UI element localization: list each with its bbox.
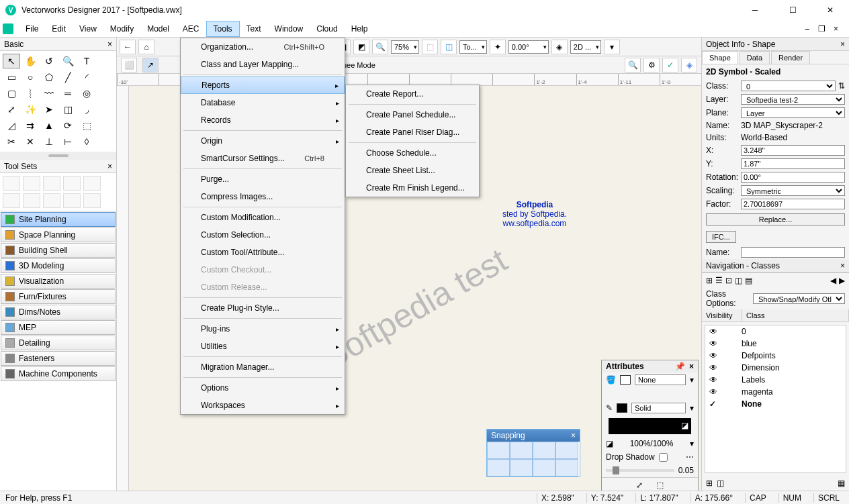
reshape-tool[interactable]: ◫ xyxy=(59,102,77,117)
object-info-close[interactable]: × xyxy=(840,40,845,49)
tb-icon[interactable]: ⬚ xyxy=(422,40,438,54)
shadow-slider[interactable] xyxy=(606,469,674,472)
snap-smart-btn[interactable] xyxy=(487,459,510,476)
rectangle-tool[interactable]: ▭ xyxy=(3,70,20,85)
col-visibility[interactable]: Visibility xyxy=(702,309,742,321)
arrows-icon[interactable]: ⇅ xyxy=(838,81,845,91)
nav-action-icon[interactable]: ◫ xyxy=(717,478,724,488)
menu-item[interactable]: Workspaces xyxy=(181,397,345,414)
menu-item[interactable]: Utilities xyxy=(181,338,345,355)
visibility-icon[interactable]: 👁 xyxy=(709,375,736,385)
toolset-row[interactable]: Detailing xyxy=(1,336,116,350)
toolset-row[interactable]: Building Shell xyxy=(1,243,116,258)
toolset-icon[interactable] xyxy=(3,193,20,208)
toolset-icon[interactable] xyxy=(43,176,60,191)
connect-tool[interactable]: ⊥ xyxy=(40,134,58,149)
line-tool[interactable]: ╱ xyxy=(59,70,77,85)
toolset-row[interactable]: Site Planning xyxy=(1,212,116,227)
menu-item[interactable]: Database xyxy=(181,94,345,111)
nav-arrow-right[interactable]: ▶ xyxy=(839,276,845,285)
toolset-icon[interactable] xyxy=(3,176,20,191)
nav-arrow-left[interactable]: ◀ xyxy=(830,276,836,285)
menu-item[interactable]: Custom Tool/Attribute... xyxy=(181,244,345,261)
navigation-close[interactable]: × xyxy=(840,261,845,270)
rounded-rect-tool[interactable]: ▢ xyxy=(3,86,20,101)
menu-file[interactable]: File xyxy=(19,21,45,36)
visibility-tool[interactable]: ◊ xyxy=(78,134,95,149)
gear-icon[interactable]: ⚙ xyxy=(643,58,660,72)
close-button[interactable]: ✕ xyxy=(817,1,844,19)
menu-item[interactable]: Class and Layer Mapping... xyxy=(181,56,345,73)
snap-angle-btn[interactable] xyxy=(533,442,555,459)
mode-icon[interactable]: ↗ xyxy=(142,58,159,72)
mirror-tool[interactable]: ▲ xyxy=(40,118,58,133)
toolset-icon[interactable] xyxy=(63,193,81,208)
toolset-row[interactable]: Space Planning xyxy=(1,228,116,242)
menu-item[interactable]: Options xyxy=(181,379,345,397)
toolset-row[interactable]: Fasteners xyxy=(1,351,116,366)
nav-class-row[interactable]: 👁0 xyxy=(705,325,846,338)
dropdown-icon[interactable]: ▾ xyxy=(690,403,694,413)
angle-combo[interactable]: 0.00° xyxy=(508,40,549,54)
submenu-item[interactable]: Choose Schedule... xyxy=(346,144,479,162)
menu-text[interactable]: Text xyxy=(240,21,268,36)
menu-item[interactable]: Custom Modification... xyxy=(181,209,345,226)
tab-data[interactable]: Data xyxy=(740,51,770,64)
chamfer-tool[interactable]: ◿ xyxy=(3,118,20,133)
snap-object-btn[interactable] xyxy=(510,442,533,459)
tb-icon[interactable]: ◩ xyxy=(353,40,369,54)
fillet-tool[interactable]: ◞ xyxy=(78,102,95,117)
ifc-name-input[interactable] xyxy=(741,247,845,258)
class-options-combo[interactable]: Show/Snap/Modify Otl xyxy=(753,293,845,304)
menu-item[interactable]: Organization...Ctrl+Shift+O xyxy=(181,38,345,56)
text-tool[interactable]: T xyxy=(78,54,95,68)
split-tool[interactable]: ✕ xyxy=(21,134,39,149)
zoom-icon[interactable]: 🔍 xyxy=(372,40,388,54)
menu-model[interactable]: Model xyxy=(140,21,176,36)
menu-modify[interactable]: Modify xyxy=(103,21,140,36)
visibility-icon[interactable]: 👁 xyxy=(709,339,736,348)
snap-intersect-btn[interactable] xyxy=(555,442,578,459)
nav-icon[interactable]: ◫ xyxy=(735,276,742,285)
nav-icon[interactable]: ▤ xyxy=(745,276,752,285)
toolset-icon[interactable] xyxy=(83,193,101,208)
submenu-item[interactable]: Create Rm Finish Legend... xyxy=(346,179,479,197)
toolset-row[interactable]: Visualization xyxy=(1,274,116,289)
nav-class-row[interactable]: 👁Dimension xyxy=(705,362,846,374)
spiral-tool[interactable]: ◎ xyxy=(78,86,95,101)
menu-item[interactable]: Migration Manager... xyxy=(181,358,345,376)
home-button[interactable]: ⌂ xyxy=(138,40,154,54)
menu-help[interactable]: Help xyxy=(345,21,375,36)
menu-item[interactable]: Purge... xyxy=(181,170,345,188)
tb-icon[interactable]: ◈ xyxy=(551,40,568,54)
back-button[interactable]: ← xyxy=(120,40,136,54)
menu-item[interactable]: Records xyxy=(181,111,345,129)
menu-item[interactable]: Origin xyxy=(181,132,345,150)
mdi-close[interactable]: × xyxy=(831,23,841,35)
snap-tangent-btn[interactable] xyxy=(555,459,578,476)
snap-distance-btn[interactable] xyxy=(510,459,533,476)
y-input[interactable] xyxy=(741,158,845,169)
rotation-input[interactable] xyxy=(741,172,845,183)
tb-icon[interactable]: ◫ xyxy=(441,40,457,54)
scaling-combo[interactable]: Symmetric xyxy=(741,185,845,196)
rotate-tool[interactable]: ⟳ xyxy=(59,118,77,133)
toolset-row[interactable]: MEP xyxy=(1,320,116,335)
visibility-icon[interactable]: 👁 xyxy=(709,387,736,397)
submenu-item[interactable]: Create Sheet List... xyxy=(346,162,479,179)
attr-pick-icon[interactable]: ⤢ xyxy=(636,481,643,490)
pan-tool[interactable]: ✋ xyxy=(21,54,39,68)
ifc-button[interactable]: IFC... xyxy=(706,231,736,243)
tab-render[interactable]: Render xyxy=(771,51,810,64)
menu-item[interactable]: Plug-ins xyxy=(181,320,345,338)
submenu-item[interactable]: Create Panel Riser Diag... xyxy=(346,123,479,141)
snap-grid-btn[interactable] xyxy=(487,442,510,459)
double-line-tool[interactable]: ═ xyxy=(59,86,77,101)
x-input[interactable] xyxy=(741,145,845,156)
fill-style-combo[interactable]: None xyxy=(635,374,686,385)
class-combo[interactable]: 0 xyxy=(741,81,836,91)
toolset-row[interactable]: 3D Modeling xyxy=(1,258,116,273)
snap-edge-btn[interactable] xyxy=(533,459,555,476)
menu-item[interactable]: Create Plug-in Style... xyxy=(181,299,345,317)
circle-tool[interactable]: ○ xyxy=(21,70,39,85)
